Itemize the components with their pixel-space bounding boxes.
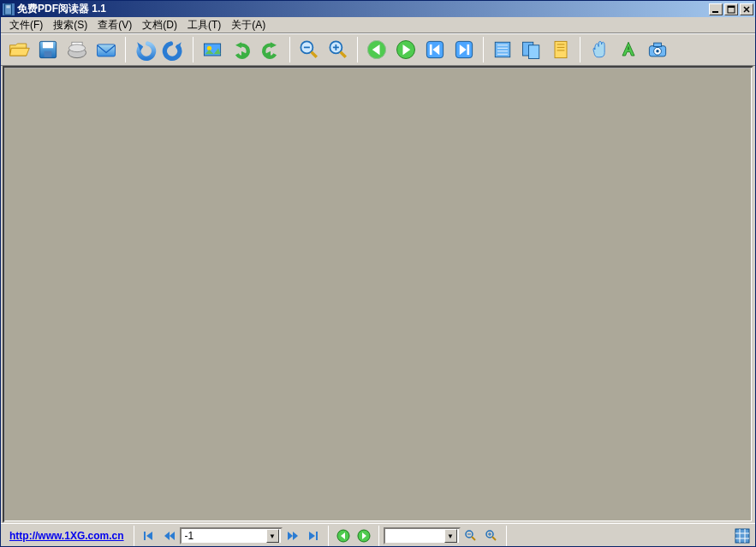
snapshot-button[interactable] [199, 36, 226, 63]
hand-tool-button[interactable] [586, 36, 613, 63]
toolbar-separator [483, 37, 484, 62]
camera-button[interactable] [644, 36, 671, 63]
document-area [3, 66, 753, 523]
nav-separator [328, 526, 329, 546]
zoom-out-button[interactable] [295, 36, 323, 63]
text-select-button[interactable] [615, 36, 642, 63]
nav-separator [378, 526, 379, 546]
svg-point-13 [68, 45, 85, 52]
layout-grid-button[interactable] [733, 526, 752, 545]
page-number-value: -1 [185, 530, 194, 542]
svg-rect-9 [43, 42, 53, 48]
svg-line-21 [341, 52, 346, 57]
nav-first-button[interactable] [421, 36, 449, 63]
maximize-button[interactable] [724, 3, 738, 15]
svg-rect-28 [430, 45, 432, 55]
prev-page-button[interactable] [160, 526, 179, 545]
rotate-cw-button[interactable] [257, 36, 284, 63]
menu-doc[interactable]: 文档(D) [137, 17, 182, 33]
zoom-out-small-button[interactable] [461, 526, 480, 545]
page-number-combo[interactable]: -1 ▼ [180, 527, 283, 544]
svg-rect-1 [6, 5, 9, 6]
status-bar: http://www.1XG.com.cn -1 ▼ ▼ [1, 523, 755, 547]
single-page-button[interactable] [489, 36, 516, 63]
dropdown-arrow-icon[interactable]: ▼ [266, 529, 279, 543]
svg-line-18 [312, 52, 317, 57]
next-page-button[interactable] [283, 526, 302, 545]
svg-rect-2 [6, 7, 9, 8]
menu-view[interactable]: 查看(V) [92, 17, 137, 33]
toolbar-separator [193, 37, 193, 62]
app-icon [3, 3, 15, 15]
first-page-button[interactable] [140, 526, 158, 545]
svg-rect-30 [467, 45, 470, 55]
window-title: 免费PDF阅读器 1.1 [17, 2, 707, 16]
nav-forward-button[interactable] [392, 36, 420, 63]
print-button[interactable] [63, 36, 91, 63]
svg-line-54 [492, 537, 496, 540]
nav-separator [134, 526, 134, 546]
menu-bar: 文件(F) 搜索(S) 查看(V) 文档(D) 工具(T) 关于(A) [1, 17, 755, 33]
fit-page-button[interactable] [547, 36, 574, 63]
rotate-ccw-button[interactable] [228, 36, 255, 63]
svg-rect-46 [144, 532, 146, 540]
mail-button[interactable] [92, 36, 120, 63]
title-bar: 免费PDF阅读器 1.1 [1, 1, 755, 17]
website-link[interactable]: http://www.1XG.com.cn [4, 530, 129, 542]
nav-back-small-button[interactable] [334, 526, 353, 545]
document-viewport[interactable] [4, 68, 752, 521]
last-page-button[interactable] [304, 526, 323, 545]
close-button[interactable] [740, 3, 753, 15]
redo-button[interactable] [160, 36, 188, 63]
zoom-in-button[interactable] [324, 36, 352, 63]
svg-rect-3 [712, 11, 718, 13]
svg-rect-10 [45, 51, 52, 57]
toolbar-separator [125, 37, 126, 62]
menu-search[interactable]: 搜索(S) [48, 17, 92, 33]
window-buttons [707, 3, 753, 15]
minimize-button[interactable] [709, 3, 723, 15]
nav-forward-small-button[interactable] [354, 526, 373, 545]
toolbar-separator [357, 37, 358, 62]
dropdown-arrow-icon[interactable]: ▼ [444, 529, 457, 543]
zoom-combo[interactable]: ▼ [384, 527, 461, 544]
svg-rect-14 [98, 45, 116, 56]
zoom-in-small-button[interactable] [482, 526, 501, 545]
toolbar-separator [580, 37, 580, 62]
svg-rect-47 [316, 532, 318, 540]
svg-rect-38 [555, 41, 567, 57]
nav-back-button[interactable] [363, 36, 390, 63]
svg-rect-37 [529, 45, 539, 59]
svg-rect-43 [654, 43, 662, 46]
nav-last-button[interactable] [450, 36, 478, 63]
menu-file[interactable]: 文件(F) [4, 17, 48, 33]
svg-line-51 [472, 537, 475, 540]
toolbar-separator [289, 37, 290, 62]
save-button[interactable] [34, 36, 62, 63]
nav-separator [506, 526, 507, 546]
toolbar [1, 33, 755, 66]
svg-rect-5 [728, 6, 735, 8]
continuous-page-button[interactable] [518, 36, 545, 63]
svg-rect-31 [495, 42, 510, 57]
menu-tools[interactable]: 工具(T) [182, 17, 226, 33]
svg-rect-57 [735, 529, 749, 543]
open-button[interactable] [5, 36, 33, 63]
undo-button[interactable] [131, 36, 158, 63]
menu-about[interactable]: 关于(A) [226, 17, 271, 33]
svg-point-45 [656, 50, 659, 53]
